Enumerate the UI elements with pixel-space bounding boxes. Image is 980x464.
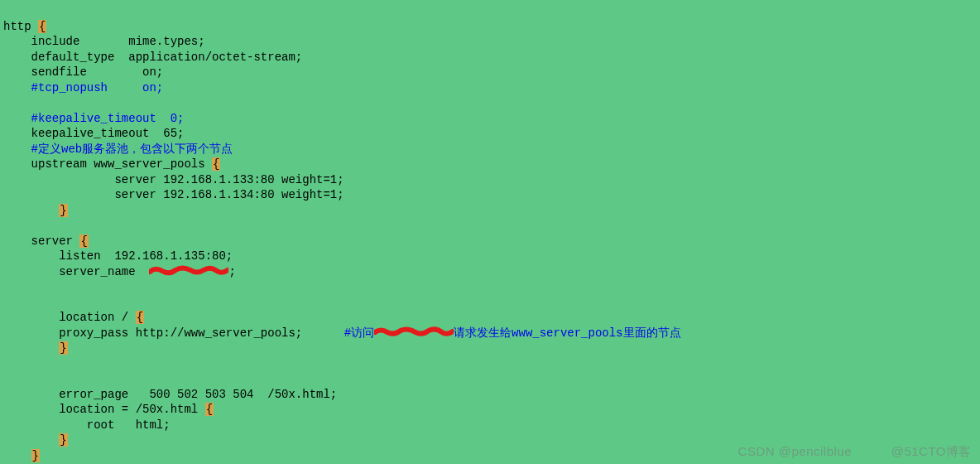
- code-text: ;: [228, 265, 235, 278]
- code-text: upstream www_server_pools: [3, 157, 212, 171]
- code-text: sendfile on;: [3, 65, 163, 79]
- brace: }: [59, 433, 67, 447]
- brace: {: [136, 311, 144, 324]
- code-text: location /: [3, 311, 136, 324]
- code-text: error_page 500 502 503 504 /50x.html;: [3, 388, 337, 401]
- brace: }: [59, 341, 67, 355]
- comment-text: #keepalive_timeout 0;: [3, 112, 184, 125]
- code-text: keepalive_timeout 65;: [3, 127, 184, 140]
- code-text: http: [3, 20, 38, 33]
- code-text: proxy_pass http://www_server_pools;: [3, 326, 344, 340]
- comment-text: 请求发生给www_server_pools里面的节点: [454, 326, 680, 340]
- comment-text: #定义web服务器池，包含以下两个节点: [3, 143, 233, 156]
- code-text: default_type application/octet-stream;: [3, 51, 302, 64]
- brace: {: [79, 234, 88, 248]
- code-text: server 192.168.1.134:80 weight=1;: [3, 188, 344, 201]
- code-text: [3, 449, 31, 462]
- redaction-mark: [149, 264, 228, 276]
- comment-text: #tcp_nopush on;: [3, 81, 163, 94]
- nginx-config-code: http { include mime.types; default_type …: [0, 0, 980, 464]
- brace: }: [31, 449, 40, 462]
- watermark-51cto: @51CTO博客: [891, 444, 972, 460]
- code-text: [3, 204, 59, 217]
- code-text: root html;: [3, 418, 171, 432]
- code-text: [3, 341, 59, 355]
- code-text: server: [3, 234, 79, 248]
- code-text: include mime.types;: [3, 35, 205, 48]
- code-text: server_name: [3, 265, 149, 278]
- brace: {: [38, 20, 46, 33]
- brace: {: [212, 157, 220, 171]
- brace: {: [205, 403, 214, 416]
- code-text: [3, 433, 59, 447]
- comment-text: #访问: [344, 326, 374, 340]
- code-text: listen 192.168.1.135:80;: [3, 249, 233, 263]
- code-text: server 192.168.1.133:80 weight=1;: [3, 173, 344, 186]
- code-text: location = /50x.html: [3, 403, 205, 416]
- watermark-csdn: CSDN @pencilblue: [738, 444, 852, 460]
- redaction-mark: [374, 326, 454, 337]
- brace: }: [59, 204, 67, 217]
